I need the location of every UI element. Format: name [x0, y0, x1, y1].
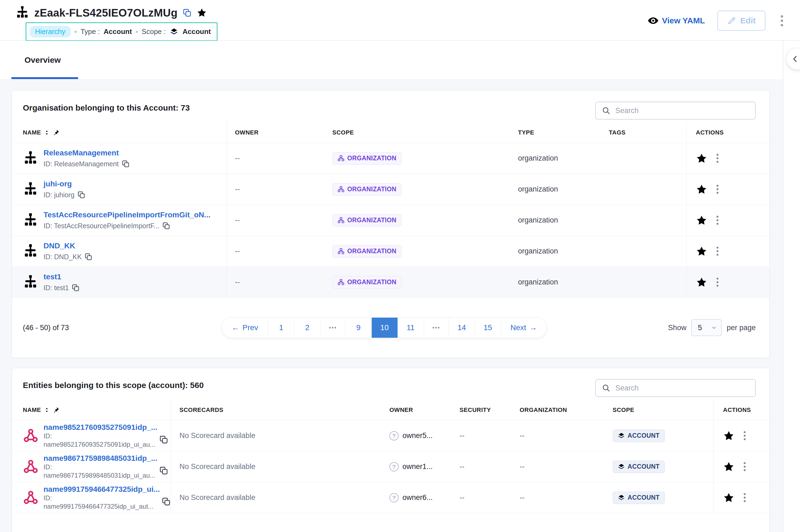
- row-kebab-menu[interactable]: [742, 429, 748, 443]
- org-name-link[interactable]: TestAccResourcePipelineImportFromGit_oN.…: [43, 211, 211, 219]
- actions-cell: [713, 482, 769, 513]
- owner-value: --: [235, 247, 240, 255]
- copy-id-button[interactable]: [162, 222, 170, 230]
- copy-id-button[interactable]: [159, 466, 168, 475]
- copy-id-button[interactable]: [84, 253, 92, 261]
- row-kebab-menu[interactable]: [714, 182, 721, 196]
- column-header-owner: OWNER: [380, 400, 448, 420]
- column-label: TYPE: [518, 129, 534, 136]
- table-row[interactable]: name98671759898485031idp_... ID: name986…: [12, 451, 769, 482]
- organization-icon: [23, 275, 38, 290]
- pagination-row: (46 - 50) of 73 Prev 1 2 ••• 9 10 11 •••…: [12, 298, 769, 358]
- favorite-star-button[interactable]: [723, 492, 734, 504]
- prev-page-button[interactable]: Prev: [222, 318, 268, 338]
- account-layers-icon: [618, 432, 625, 439]
- row-kebab-menu[interactable]: [742, 459, 748, 474]
- table-row[interactable]: ReleaseManagement ID: ReleaseManagement …: [12, 143, 769, 174]
- scope-badge-label: ACCOUNT: [628, 494, 660, 501]
- column-header-organization: ORGANIZATION: [508, 400, 601, 420]
- column-header-name[interactable]: NAME: [12, 400, 171, 420]
- tags-cell: [597, 174, 686, 205]
- column-header-scope: SCOPE: [321, 122, 506, 142]
- star-icon: [723, 492, 734, 504]
- favorite-star-button[interactable]: [696, 153, 707, 164]
- page-button-15[interactable]: 15: [475, 318, 501, 338]
- org-name-link[interactable]: test1: [43, 272, 61, 281]
- copy-icon: [77, 191, 85, 199]
- org-name-link[interactable]: juhi-org: [43, 179, 72, 188]
- entity-name-link[interactable]: name9991759466477325idp_ui...: [43, 485, 160, 493]
- header-kebab-menu[interactable]: [778, 12, 786, 30]
- name-cell: name9991759466477325idp_ui... ID: name99…: [12, 482, 171, 513]
- favorite-star-button[interactable]: [723, 430, 734, 441]
- page-button-2[interactable]: 2: [294, 318, 320, 338]
- copy-icon: [162, 481, 171, 522]
- copy-id-button[interactable]: [122, 160, 130, 168]
- security-cell: --: [448, 420, 508, 451]
- question-circle-icon: [389, 431, 399, 440]
- view-yaml-link[interactable]: View YAML: [648, 15, 705, 26]
- favorite-star-button[interactable]: [696, 184, 707, 195]
- column-header-scope: SCOPE: [601, 400, 713, 420]
- row-kebab-menu[interactable]: [742, 490, 748, 505]
- scope-badge: ACCOUNT: [613, 492, 665, 504]
- entities-search-input[interactable]: [615, 384, 749, 393]
- table-row[interactable]: name9991759466477325idp_ui... ID: name99…: [12, 482, 769, 513]
- pagination: Prev 1 2 ••• 9 10 11 ••• 14 15 Next: [222, 317, 547, 338]
- row-kebab-menu[interactable]: [714, 151, 721, 166]
- org-search-input[interactable]: [615, 106, 749, 115]
- org-name-link[interactable]: ReleaseManagement: [43, 149, 119, 157]
- copy-id-button[interactable]: [159, 435, 168, 444]
- row-kebab-menu[interactable]: [714, 244, 721, 259]
- copy-title-button[interactable]: [182, 8, 192, 17]
- scope-badge-label: ORGANIZATION: [347, 248, 397, 255]
- page-button-14[interactable]: 14: [449, 318, 475, 338]
- pin-icon[interactable]: [53, 129, 59, 136]
- org-name-link[interactable]: DND_KK: [43, 242, 75, 250]
- column-label: SCOPE: [613, 406, 634, 414]
- table-row[interactable]: test1 ID: test1 -- ORGANIZATION organiza…: [12, 267, 769, 298]
- page-button-1[interactable]: 1: [268, 318, 294, 338]
- tab-overview-label: Overview: [24, 55, 61, 65]
- favorite-star-button[interactable]: [696, 215, 707, 226]
- sort-icon[interactable]: [44, 130, 50, 136]
- type-cell: organization: [506, 205, 597, 235]
- favorite-star-button[interactable]: [723, 461, 734, 473]
- pin-icon[interactable]: [53, 406, 59, 414]
- edit-button[interactable]: Edit: [717, 11, 765, 31]
- pagination-ellipsis: •••: [320, 318, 345, 338]
- row-kebab-menu[interactable]: [714, 275, 721, 289]
- org-card-header: Organisation belonging to this Account: …: [12, 91, 769, 122]
- table-row[interactable]: name98521760935275091idp_... ID: name985…: [12, 420, 769, 451]
- copy-id-button[interactable]: [77, 191, 85, 199]
- actions-cell: [686, 236, 769, 267]
- eye-icon: [648, 15, 659, 26]
- copy-id-button[interactable]: [162, 497, 171, 506]
- entity-id: name98521760935275091idp_ui_au...: [43, 440, 158, 449]
- table-row[interactable]: juhi-org ID: juhiorg -- ORGANIZATION org…: [12, 174, 769, 205]
- page-button-11[interactable]: 11: [398, 318, 424, 338]
- star-icon: [696, 184, 707, 195]
- tab-overview[interactable]: Overview: [24, 41, 61, 79]
- copy-id-button[interactable]: [72, 284, 80, 292]
- favorite-title-button[interactable]: [197, 7, 207, 18]
- per-page-select[interactable]: 5: [691, 319, 722, 336]
- table-row[interactable]: TestAccResourcePipelineImportFromGit_oN.…: [12, 205, 769, 236]
- entity-id-label: ID:: [43, 463, 158, 471]
- collapse-panel-button[interactable]: [787, 49, 800, 70]
- row-kebab-menu[interactable]: [714, 213, 721, 227]
- page-button-10-active[interactable]: 10: [371, 318, 398, 338]
- page-button-9[interactable]: 9: [345, 318, 371, 338]
- scope-cell: ORGANIZATION: [321, 143, 506, 174]
- entity-name-link[interactable]: name98671759898485031idp_...: [43, 454, 158, 462]
- next-page-button[interactable]: Next: [501, 318, 547, 338]
- organization-icon: [23, 151, 38, 166]
- column-header-name[interactable]: NAME: [12, 122, 227, 142]
- favorite-star-button[interactable]: [696, 246, 707, 257]
- favorite-star-button[interactable]: [696, 277, 707, 288]
- owner-cell: owner1...: [380, 451, 448, 482]
- entity-name-link[interactable]: name98521760935275091idp_...: [43, 423, 158, 432]
- sort-icon[interactable]: [44, 407, 50, 413]
- page-title: zEaak-FLS425IEO7OLzMUg: [34, 7, 178, 19]
- table-row[interactable]: DND_KK ID: DND_KK -- ORGANIZATION organi…: [12, 236, 769, 267]
